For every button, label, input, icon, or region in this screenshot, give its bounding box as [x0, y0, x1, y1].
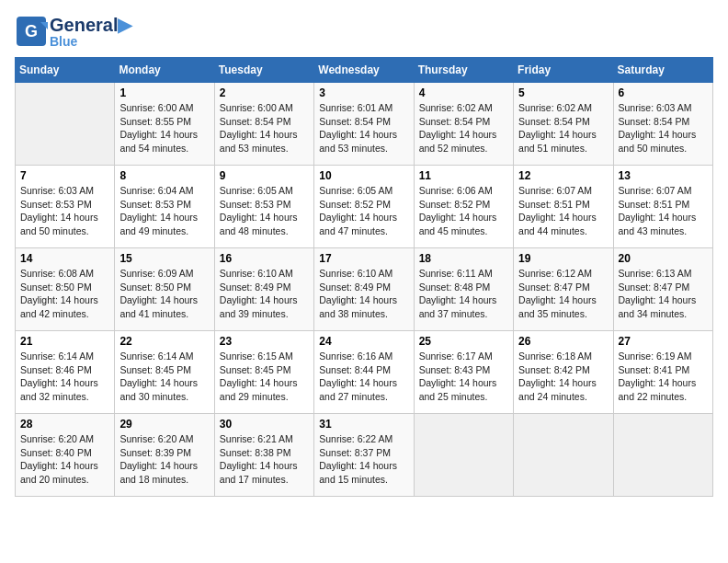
day-info: Sunrise: 6:14 AMSunset: 8:46 PMDaylight:…	[20, 350, 109, 404]
calendar-cell	[414, 414, 513, 497]
calendar-cell: 15Sunrise: 6:09 AMSunset: 8:50 PMDayligh…	[115, 248, 214, 331]
calendar-week-row: 1Sunrise: 6:00 AMSunset: 8:55 PMDaylight…	[16, 83, 713, 166]
calendar-table: Sunday Monday Tuesday Wednesday Thursday…	[15, 57, 713, 497]
calendar-cell	[514, 414, 613, 497]
calendar-cell: 25Sunrise: 6:17 AMSunset: 8:43 PMDayligh…	[414, 331, 513, 414]
calendar-cell: 18Sunrise: 6:11 AMSunset: 8:48 PMDayligh…	[414, 248, 513, 331]
day-number: 14	[20, 252, 109, 265]
calendar-cell: 16Sunrise: 6:10 AMSunset: 8:49 PMDayligh…	[214, 248, 313, 331]
day-number: 3	[319, 86, 408, 99]
col-friday: Friday	[514, 58, 613, 83]
day-number: 9	[220, 169, 309, 182]
calendar-cell	[613, 414, 712, 497]
day-info: Sunrise: 6:10 AMSunset: 8:49 PMDaylight:…	[220, 267, 309, 321]
day-number: 19	[518, 252, 608, 265]
day-info: Sunrise: 6:12 AMSunset: 8:47 PMDaylight:…	[518, 267, 608, 321]
col-monday: Monday	[115, 58, 214, 83]
calendar-cell: 10Sunrise: 6:05 AMSunset: 8:52 PMDayligh…	[314, 166, 414, 248]
day-info: Sunrise: 6:00 AMSunset: 8:54 PMDaylight:…	[220, 101, 309, 155]
day-info: Sunrise: 6:07 AMSunset: 8:51 PMDaylight:…	[518, 184, 608, 238]
day-number: 31	[319, 418, 408, 431]
calendar-cell: 12Sunrise: 6:07 AMSunset: 8:51 PMDayligh…	[514, 166, 613, 248]
logo-icon: G	[15, 15, 48, 48]
day-number: 11	[419, 169, 508, 182]
calendar-cell: 6Sunrise: 6:03 AMSunset: 8:54 PMDaylight…	[613, 83, 712, 166]
day-info: Sunrise: 6:00 AMSunset: 8:55 PMDaylight:…	[119, 101, 209, 155]
col-tuesday: Tuesday	[214, 58, 313, 83]
calendar-cell: 9Sunrise: 6:05 AMSunset: 8:53 PMDaylight…	[214, 166, 313, 248]
day-info: Sunrise: 6:07 AMSunset: 8:51 PMDaylight:…	[619, 184, 708, 238]
col-wednesday: Wednesday	[314, 58, 414, 83]
calendar-body: 1Sunrise: 6:00 AMSunset: 8:55 PMDaylight…	[16, 83, 713, 497]
calendar-cell: 2Sunrise: 6:00 AMSunset: 8:54 PMDaylight…	[214, 83, 313, 166]
calendar-cell: 7Sunrise: 6:03 AMSunset: 8:53 PMDaylight…	[16, 166, 115, 248]
calendar-cell: 13Sunrise: 6:07 AMSunset: 8:51 PMDayligh…	[613, 166, 712, 248]
calendar-header: Sunday Monday Tuesday Wednesday Thursday…	[16, 58, 713, 83]
day-info: Sunrise: 6:21 AMSunset: 8:38 PMDaylight:…	[220, 432, 309, 487]
day-info: Sunrise: 6:01 AMSunset: 8:54 PMDaylight:…	[319, 101, 408, 155]
day-info: Sunrise: 6:05 AMSunset: 8:53 PMDaylight:…	[220, 184, 309, 238]
day-number: 13	[619, 169, 708, 182]
day-info: Sunrise: 6:15 AMSunset: 8:45 PMDaylight:…	[220, 350, 309, 404]
calendar-cell: 11Sunrise: 6:06 AMSunset: 8:52 PMDayligh…	[414, 166, 513, 248]
day-number: 29	[119, 418, 209, 431]
day-number: 25	[419, 335, 508, 348]
calendar-cell: 24Sunrise: 6:16 AMSunset: 8:44 PMDayligh…	[314, 331, 414, 414]
day-number: 24	[319, 335, 408, 348]
day-info: Sunrise: 6:04 AMSunset: 8:53 PMDaylight:…	[119, 184, 209, 238]
calendar-cell: 20Sunrise: 6:13 AMSunset: 8:47 PMDayligh…	[613, 248, 712, 331]
calendar-cell	[16, 83, 115, 166]
day-number: 2	[220, 86, 309, 99]
day-number: 28	[20, 418, 109, 431]
logo-text: General▶	[50, 15, 131, 35]
day-number: 17	[319, 252, 408, 265]
calendar-cell: 22Sunrise: 6:14 AMSunset: 8:45 PMDayligh…	[115, 331, 214, 414]
day-number: 7	[20, 169, 109, 182]
day-info: Sunrise: 6:16 AMSunset: 8:44 PMDaylight:…	[319, 350, 408, 404]
calendar-cell: 30Sunrise: 6:21 AMSunset: 8:38 PMDayligh…	[214, 414, 313, 497]
day-info: Sunrise: 6:19 AMSunset: 8:41 PMDaylight:…	[619, 350, 708, 404]
day-info: Sunrise: 6:11 AMSunset: 8:48 PMDaylight:…	[419, 267, 508, 321]
day-number: 8	[119, 169, 209, 182]
day-number: 4	[419, 86, 508, 99]
day-number: 10	[319, 169, 408, 182]
day-number: 6	[619, 86, 708, 99]
day-info: Sunrise: 6:09 AMSunset: 8:50 PMDaylight:…	[119, 267, 209, 321]
header-row: Sunday Monday Tuesday Wednesday Thursday…	[16, 58, 713, 83]
day-number: 26	[518, 335, 608, 348]
calendar-cell: 27Sunrise: 6:19 AMSunset: 8:41 PMDayligh…	[613, 331, 712, 414]
day-number: 18	[419, 252, 508, 265]
calendar-cell: 26Sunrise: 6:18 AMSunset: 8:42 PMDayligh…	[514, 331, 613, 414]
calendar-cell: 8Sunrise: 6:04 AMSunset: 8:53 PMDaylight…	[115, 166, 214, 248]
day-info: Sunrise: 6:13 AMSunset: 8:47 PMDaylight:…	[619, 267, 708, 321]
day-number: 16	[220, 252, 309, 265]
calendar-week-row: 21Sunrise: 6:14 AMSunset: 8:46 PMDayligh…	[16, 331, 713, 414]
calendar-week-row: 7Sunrise: 6:03 AMSunset: 8:53 PMDaylight…	[16, 166, 713, 248]
logo-subtext: Blue	[50, 35, 131, 48]
day-info: Sunrise: 6:10 AMSunset: 8:49 PMDaylight:…	[319, 267, 408, 321]
day-info: Sunrise: 6:20 AMSunset: 8:40 PMDaylight:…	[20, 432, 109, 487]
day-number: 21	[20, 335, 109, 348]
day-info: Sunrise: 6:05 AMSunset: 8:52 PMDaylight:…	[319, 184, 408, 238]
svg-text:G: G	[25, 22, 38, 40]
day-number: 20	[619, 252, 708, 265]
calendar-week-row: 28Sunrise: 6:20 AMSunset: 8:40 PMDayligh…	[16, 414, 713, 497]
day-info: Sunrise: 6:02 AMSunset: 8:54 PMDaylight:…	[518, 101, 608, 155]
col-sunday: Sunday	[16, 58, 115, 83]
day-number: 15	[119, 252, 209, 265]
calendar-cell: 28Sunrise: 6:20 AMSunset: 8:40 PMDayligh…	[16, 414, 115, 497]
day-info: Sunrise: 6:17 AMSunset: 8:43 PMDaylight:…	[419, 350, 508, 404]
page-header: G General▶ Blue	[15, 15, 713, 48]
day-info: Sunrise: 6:20 AMSunset: 8:39 PMDaylight:…	[119, 432, 209, 487]
day-number: 27	[619, 335, 708, 348]
day-number: 23	[220, 335, 309, 348]
calendar-cell: 14Sunrise: 6:08 AMSunset: 8:50 PMDayligh…	[16, 248, 115, 331]
calendar-cell: 4Sunrise: 6:02 AMSunset: 8:54 PMDaylight…	[414, 83, 513, 166]
calendar-cell: 31Sunrise: 6:22 AMSunset: 8:37 PMDayligh…	[314, 414, 414, 497]
calendar-cell: 29Sunrise: 6:20 AMSunset: 8:39 PMDayligh…	[115, 414, 214, 497]
calendar-cell: 23Sunrise: 6:15 AMSunset: 8:45 PMDayligh…	[214, 331, 313, 414]
col-thursday: Thursday	[414, 58, 513, 83]
col-saturday: Saturday	[613, 58, 712, 83]
day-info: Sunrise: 6:18 AMSunset: 8:42 PMDaylight:…	[518, 350, 608, 404]
day-info: Sunrise: 6:14 AMSunset: 8:45 PMDaylight:…	[119, 350, 209, 404]
